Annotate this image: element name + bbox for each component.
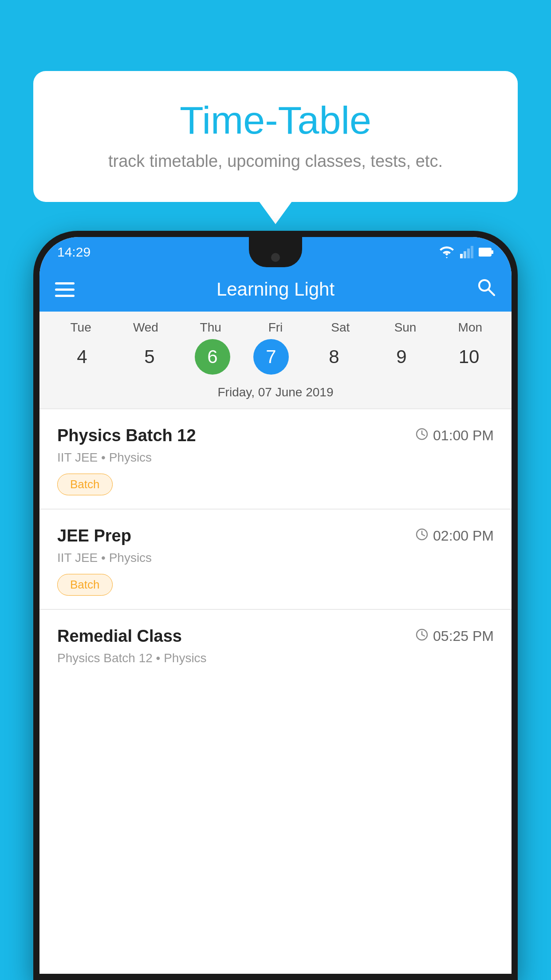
class-subject-1: IIT JEE • Physics <box>57 450 494 465</box>
svg-line-7 <box>488 289 494 295</box>
clock-icon-3 <box>415 628 429 644</box>
day-header-sun: Sun <box>383 320 428 335</box>
tooltip-subtitle: track timetable, upcoming classes, tests… <box>69 152 482 171</box>
day-4[interactable]: 4 <box>60 339 104 375</box>
class-header-3: Remedial Class 05:25 PM <box>57 627 494 646</box>
svg-rect-0 <box>460 254 463 258</box>
day-9[interactable]: 9 <box>379 339 424 375</box>
class-subject-2: IIT JEE • Physics <box>57 551 494 565</box>
day-5[interactable]: 5 <box>127 339 172 375</box>
day-header-sat: Sat <box>318 320 362 335</box>
class-item-3[interactable]: Remedial Class 05:25 PM Physics Batch 12… <box>39 609 512 688</box>
class-time-2: 02:00 PM <box>415 528 494 544</box>
notch <box>249 237 302 267</box>
svg-rect-1 <box>464 251 466 258</box>
calendar-strip: Tue Wed Thu Fri Sat Sun Mon 4 5 6 7 8 9 … <box>39 312 512 408</box>
svg-rect-5 <box>492 250 493 254</box>
app-title: Learning Light <box>216 279 335 300</box>
day-header-wed: Wed <box>123 320 168 335</box>
svg-rect-2 <box>467 249 470 258</box>
class-subject-3: Physics Batch 12 • Physics <box>57 651 494 665</box>
search-icon[interactable] <box>476 277 496 301</box>
clock-icon-2 <box>415 528 429 544</box>
class-item-1[interactable]: Physics Batch 12 01:00 PM IIT JEE • Phys… <box>39 408 512 509</box>
class-name-3: Remedial Class <box>57 627 182 646</box>
class-time-3: 05:25 PM <box>415 628 494 644</box>
class-time-1: 01:00 PM <box>415 427 494 444</box>
day-6-today[interactable]: 6 <box>195 339 230 375</box>
svg-line-10 <box>422 434 425 435</box>
toolbar: Learning Light <box>39 267 512 312</box>
front-camera <box>271 253 280 262</box>
status-time: 14:29 <box>57 245 91 260</box>
status-bar: 14:29 <box>39 237 512 267</box>
day-7-selected[interactable]: 7 <box>253 339 289 375</box>
clock-icon-1 <box>415 427 429 444</box>
day-8[interactable]: 8 <box>312 339 356 375</box>
signal-icon <box>460 246 473 258</box>
svg-line-13 <box>422 534 425 536</box>
svg-line-16 <box>422 635 425 636</box>
svg-rect-4 <box>479 248 491 256</box>
batch-tag-2: Batch <box>57 574 113 596</box>
class-name-2: JEE Prep <box>57 526 131 545</box>
day-header-tue: Tue <box>59 320 103 335</box>
day-header-mon: Mon <box>448 320 492 335</box>
tooltip-title: Time-Table <box>69 98 482 143</box>
hamburger-menu-icon[interactable] <box>55 282 75 297</box>
selected-date-label: Friday, 07 June 2019 <box>39 381 512 408</box>
day-numbers: 4 5 6 7 8 9 10 <box>39 339 512 375</box>
class-name-1: Physics Batch 12 <box>57 426 196 445</box>
batch-tag-1: Batch <box>57 474 113 495</box>
svg-rect-3 <box>471 246 473 258</box>
day-10[interactable]: 10 <box>447 339 491 375</box>
phone-screen: 14:29 <box>39 237 512 974</box>
wifi-icon <box>439 246 455 258</box>
phone-frame: 14:29 <box>33 231 518 980</box>
battery-icon <box>479 247 494 257</box>
class-item-2[interactable]: JEE Prep 02:00 PM IIT JEE • Physics Batc… <box>39 509 512 609</box>
day-headers: Tue Wed Thu Fri Sat Sun Mon <box>39 320 512 335</box>
status-icons <box>439 246 494 258</box>
tooltip-card: Time-Table track timetable, upcoming cla… <box>33 71 518 202</box>
day-header-thu: Thu <box>189 320 233 335</box>
class-header-2: JEE Prep 02:00 PM <box>57 526 494 545</box>
day-header-fri: Fri <box>253 320 298 335</box>
class-header-1: Physics Batch 12 01:00 PM <box>57 426 494 445</box>
